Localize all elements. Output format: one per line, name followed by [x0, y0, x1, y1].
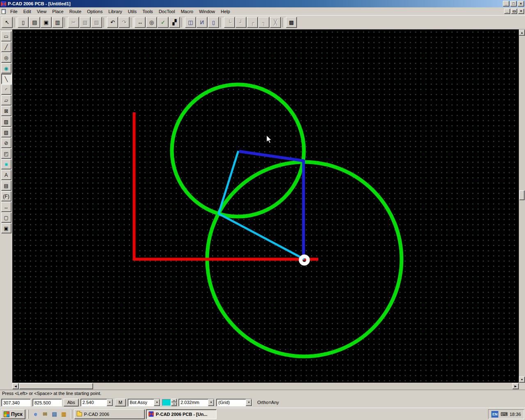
- cyan-trace[interactable]: [219, 151, 304, 259]
- language-indicator[interactable]: EN: [491, 411, 498, 418]
- place-point-button[interactable]: ⊠: [1, 106, 11, 116]
- scroll-up-icon[interactable]: ▲: [519, 30, 525, 36]
- select-tool-button[interactable]: ↖: [2, 17, 13, 28]
- scroll-right-icon[interactable]: ▶: [512, 383, 519, 389]
- abs-rel-toggle-button[interactable]: Abs: [64, 399, 79, 406]
- place-line-button[interactable]: ╲: [1, 74, 11, 84]
- place-via-button[interactable]: ◉: [1, 63, 11, 73]
- vertical-scrollbar[interactable]: ▲ ▼: [519, 30, 525, 383]
- launcher-quicklaunch-icon[interactable]: ▥: [60, 410, 68, 418]
- metric-toggle-button[interactable]: M: [115, 399, 126, 406]
- menu-item[interactable]: Options: [84, 8, 105, 15]
- place-part-button[interactable]: ▭: [1, 31, 11, 41]
- place-text-button[interactable]: A: [1, 170, 11, 180]
- vias-display-button[interactable]: И: [196, 17, 208, 28]
- undo-button[interactable]: ↶: [107, 17, 118, 28]
- child-minimize-button[interactable]: _: [504, 9, 510, 14]
- place-arc-button[interactable]: ◜: [1, 84, 11, 95]
- route-any-angle-button[interactable]: ╳: [270, 17, 281, 28]
- scroll-down-icon[interactable]: ▼: [519, 377, 525, 383]
- chevron-down-icon[interactable]: ▼: [246, 399, 252, 406]
- chevron-down-icon[interactable]: ▼: [107, 399, 113, 406]
- redo-button[interactable]: ↷: [119, 17, 130, 28]
- place-detail-button[interactable]: ▢: [1, 212, 11, 223]
- measure-button[interactable]: ↔: [135, 17, 146, 28]
- menu-item[interactable]: File: [7, 8, 21, 15]
- zoom-window-button[interactable]: ◎: [146, 17, 157, 28]
- vertical-scroll-thumb[interactable]: [519, 190, 525, 200]
- menu-item[interactable]: DocTool: [156, 8, 178, 15]
- route-t-route-button[interactable]: ┐: [258, 17, 269, 28]
- highlight-net-button[interactable]: ▞: [169, 17, 180, 28]
- chevron-down-icon[interactable]: ▼: [154, 399, 160, 406]
- menu-item[interactable]: Edit: [21, 8, 34, 15]
- pcad-app-icon[interactable]: [1, 1, 6, 7]
- grid-spacing-combo[interactable]: 2.540 ▼: [80, 399, 113, 406]
- place-plane-region-button[interactable]: ⊘: [1, 138, 11, 148]
- scroll-left-icon[interactable]: ◀: [12, 383, 19, 389]
- clock[interactable]: 18:36: [509, 412, 521, 417]
- place-cutout-button[interactable]: ▧: [1, 127, 11, 137]
- x-coordinate-field[interactable]: 307.340: [1, 399, 31, 406]
- print-button[interactable]: ▥: [52, 17, 63, 28]
- child-restore-button[interactable]: ▭: [511, 9, 517, 14]
- eco-report-button[interactable]: ▩: [286, 17, 297, 28]
- spinner-down-icon[interactable]: ▼: [171, 402, 177, 406]
- menu-item[interactable]: Library: [105, 8, 125, 15]
- maximize-button[interactable]: □: [510, 1, 517, 7]
- y-coordinate-field[interactable]: 825.500: [32, 399, 62, 406]
- route-interactive-button[interactable]: ┘: [235, 17, 247, 28]
- green-circle-small[interactable]: [172, 84, 304, 217]
- chevron-down-icon[interactable]: ▼: [208, 399, 214, 406]
- close-button[interactable]: ×: [518, 1, 524, 7]
- drc-button[interactable]: ✓: [158, 17, 169, 28]
- place-copper-pour-button[interactable]: ▨: [1, 116, 11, 127]
- folder-icon: [77, 412, 82, 416]
- place-polygon-button[interactable]: ▱: [1, 95, 11, 105]
- menu-item[interactable]: View: [34, 8, 50, 15]
- mail-quicklaunch-icon[interactable]: ✉: [41, 410, 49, 418]
- task-button-pcad-folder[interactable]: P-CAD 2006: [74, 409, 145, 419]
- task-button-pcad-pcb[interactable]: P-CAD 2006 PCB - [Un...: [146, 409, 217, 419]
- cut-button[interactable]: ✂: [68, 17, 79, 28]
- place-pad-button[interactable]: ◎: [1, 52, 11, 63]
- menu-item[interactable]: Help: [218, 8, 233, 15]
- spinner-up-icon[interactable]: ▲: [171, 399, 177, 402]
- save-file-button[interactable]: ▣: [41, 17, 52, 28]
- menu-item[interactable]: Place: [49, 8, 66, 15]
- place-keepout-button[interactable]: ■: [1, 159, 11, 169]
- menu-item[interactable]: Utils: [125, 8, 139, 15]
- layer-color-swatch[interactable]: [162, 399, 171, 406]
- horizontal-scrollbar[interactable]: ◀ ▶: [12, 383, 519, 390]
- menu-item[interactable]: Window: [196, 8, 218, 15]
- copy-button[interactable]: ▧: [80, 17, 91, 28]
- grid-kind-combo[interactable]: (Grid) ▼: [216, 399, 252, 406]
- layers-button[interactable]: ▣: [1, 223, 11, 233]
- place-field-button[interactable]: (F): [1, 191, 11, 201]
- open-file-button[interactable]: ▤: [29, 17, 40, 28]
- child-close-button[interactable]: ×: [518, 9, 524, 14]
- line-width-combo[interactable]: 2.032mm ▼: [178, 399, 215, 406]
- show-desktop-icon[interactable]: ▤: [50, 410, 59, 418]
- place-connection-button[interactable]: ╱: [1, 42, 11, 52]
- pcb-canvas[interactable]: [12, 30, 519, 383]
- menu-item[interactable]: Tools: [139, 8, 156, 15]
- document-icon[interactable]: [2, 9, 6, 14]
- pads-display-button[interactable]: ◫: [185, 17, 196, 28]
- place-dimension-button[interactable]: ↔: [1, 202, 11, 212]
- ie-quicklaunch-icon[interactable]: e: [32, 410, 40, 418]
- layer-combo[interactable]: Bot Assy ▼: [128, 399, 160, 406]
- place-room-button[interactable]: ◰: [1, 148, 11, 159]
- horizontal-scroll-thumb[interactable]: [19, 383, 93, 389]
- menu-item[interactable]: Macro: [178, 8, 196, 15]
- new-file-button[interactable]: ▯: [18, 17, 29, 28]
- minimize-button[interactable]: _: [503, 1, 509, 7]
- start-button[interactable]: Пуск: [1, 409, 25, 419]
- menu-item[interactable]: Route: [66, 8, 84, 15]
- paste-button[interactable]: ▨: [91, 17, 102, 28]
- route-miter-button[interactable]: ┌: [247, 17, 258, 28]
- layer-display-button[interactable]: ▯: [208, 17, 219, 28]
- route-manual-button[interactable]: └: [224, 17, 235, 28]
- keyboard-layout-icon[interactable]: ⌨: [500, 411, 507, 417]
- place-table-button[interactable]: ▤: [1, 180, 11, 191]
